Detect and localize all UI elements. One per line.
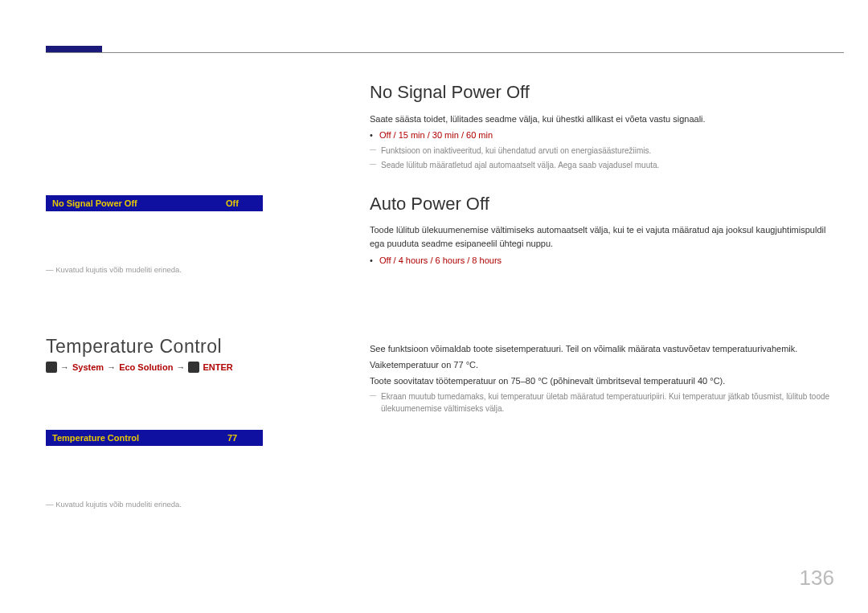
heading-temperature-left: Temperature Control [46, 336, 315, 358]
options-nosignal: Off / 15 min / 30 min / 60 min [370, 129, 836, 142]
ui-preview-temperature: Temperature Control 77 [46, 430, 263, 446]
options-nosignal-values: Off / 15 min / 30 min / 60 min [379, 130, 493, 140]
ui-preview-nosignal: No Signal Power Off Off [46, 195, 263, 211]
menu-icon [46, 362, 57, 373]
text-auto-desc: Toode lülitub ülekuumenemise vältimiseks… [370, 223, 836, 251]
text-temp-1: See funktsioon võimaldab toote sisetempe… [370, 342, 836, 356]
options-auto-values: Off / 4 hours / 6 hours / 8 hours [379, 255, 502, 265]
note-temp: Ekraan muutub tumedamaks, kui temperatuu… [370, 390, 836, 415]
enter-icon [188, 362, 199, 373]
arrow-icon: → [60, 362, 69, 372]
heading-autopoweroff: Auto Power Off [370, 194, 836, 215]
ui-temp-value: 77 [208, 433, 256, 443]
text-nosignal-desc: Saate säästa toidet, lülitades seadme vä… [370, 112, 836, 126]
menu-path-temperature: → System → Eco Solution → ENTER [46, 362, 315, 373]
options-auto: Off / 4 hours / 6 hours / 8 hours [370, 254, 836, 268]
ui-temp-label: Temperature Control [52, 433, 139, 443]
accent-bar [46, 46, 102, 52]
page-top-rule [46, 52, 844, 53]
ui-nosignal-label: No Signal Power Off [52, 198, 137, 208]
footnote-2: ― Kuvatud kujutis võib mudeliti erineda. [46, 500, 315, 509]
path-system: System [72, 362, 104, 372]
page-number: 136 [800, 566, 834, 591]
footnote-1: ― Kuvatud kujutis võib mudeliti erineda. [46, 265, 315, 274]
note-nosignal-1: Funktsioon on inaktiveeritud, kui ühenda… [370, 145, 836, 157]
arrow-icon: → [107, 362, 116, 372]
note-nosignal-2: Seade lülitub määratletud ajal automaats… [370, 159, 836, 171]
arrow-icon: → [176, 362, 185, 372]
path-enter: ENTER [203, 362, 232, 372]
heading-nosignal: No Signal Power Off [370, 82, 836, 103]
path-eco: Eco Solution [119, 362, 173, 372]
ui-nosignal-value: Off [208, 198, 256, 208]
text-temp-2: Vaiketemperatuur on 77 °C. [370, 358, 836, 372]
text-temp-3: Toote soovitatav töötemperatuur on 75–80… [370, 374, 836, 388]
